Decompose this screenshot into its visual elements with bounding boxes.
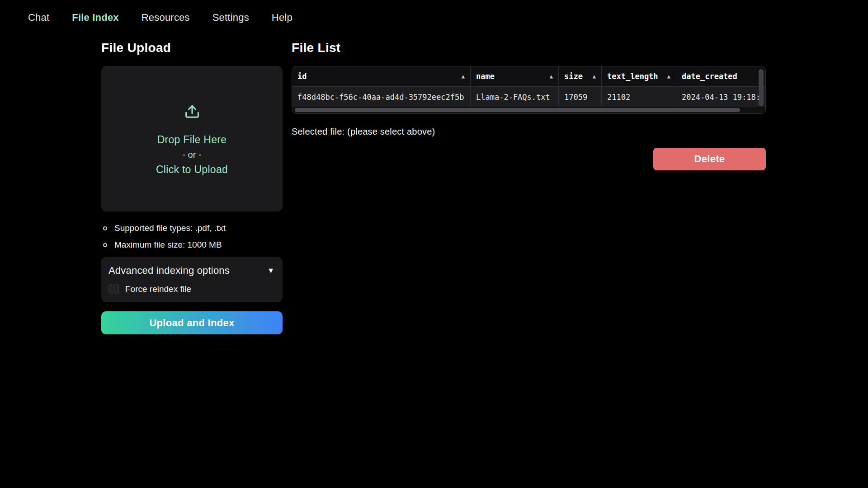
column-header-size-label: size xyxy=(564,72,583,81)
cell-size[interactable]: 17059 xyxy=(559,87,602,107)
file-upload-title: File Upload xyxy=(101,41,283,55)
force-reindex-checkbox[interactable] xyxy=(108,284,119,294)
column-header-id-label: id xyxy=(297,72,307,81)
upload-icon xyxy=(183,102,201,122)
sort-asc-icon[interactable]: ▲ xyxy=(462,73,465,80)
note-supported-types-text: Supported file types: .pdf, .txt xyxy=(114,223,226,233)
nav-tab-chat[interactable]: Chat xyxy=(28,12,49,23)
delete-button[interactable]: Delete xyxy=(653,148,766,170)
dropzone-or-text: - or - xyxy=(182,150,201,160)
advanced-accordion-title: Advanced indexing options xyxy=(108,265,230,277)
file-dropzone[interactable]: Drop File Here - or - Click to Upload xyxy=(101,66,283,211)
column-header-text-length[interactable]: text_length ▲ xyxy=(602,66,676,87)
bullet-icon xyxy=(103,243,107,247)
column-header-text-length-label: text_length xyxy=(607,72,658,81)
cell-date-created-value: 2024-04-13 19:18: xyxy=(682,93,760,102)
note-max-size-text: Maximum file size: 1000 MB xyxy=(114,240,222,250)
column-header-date-created-label: date_created xyxy=(682,72,737,81)
nav-tab-file-index[interactable]: File Index xyxy=(72,12,118,23)
nav-tab-resources[interactable]: Resources xyxy=(142,12,190,23)
advanced-indexing-accordion: Advanced indexing options ▼ Force reinde… xyxy=(101,257,283,302)
column-header-size[interactable]: size ▲ xyxy=(559,66,602,87)
cell-id[interactable]: f48d48bc-f56c-40aa-ad4d-35792eec2f5b xyxy=(292,87,471,107)
file-list-panel: File List id ▲ name ▲ size ▲ text_length… xyxy=(292,41,766,170)
table-row[interactable]: f48d48bc-f56c-40aa-ad4d-35792eec2f5b Lla… xyxy=(292,87,766,107)
bullet-icon xyxy=(103,226,107,230)
main-content: File Upload Drop File Here - or - Click … xyxy=(0,28,868,334)
table-horizontal-scrollbar[interactable] xyxy=(295,108,740,112)
note-max-size: Maximum file size: 1000 MB xyxy=(101,240,283,250)
upload-and-index-button[interactable]: Upload and Index xyxy=(101,311,283,334)
file-table-header-row: id ▲ name ▲ size ▲ text_length ▲ date_cr… xyxy=(292,66,766,87)
cell-name[interactable]: Llama-2-FAQs.txt xyxy=(471,87,559,107)
dropzone-drop-text: Drop File Here xyxy=(157,134,227,146)
sort-asc-icon[interactable]: ▲ xyxy=(593,73,596,80)
nav-tab-help[interactable]: Help xyxy=(272,12,292,23)
upload-notes: Supported file types: .pdf, .txt Maximum… xyxy=(101,223,283,250)
sort-asc-icon[interactable]: ▲ xyxy=(550,73,553,80)
column-header-date-created[interactable]: date_created xyxy=(676,66,766,87)
cell-text-length-value: 21102 xyxy=(607,93,630,102)
dropzone-click-to-upload[interactable]: Click to Upload xyxy=(156,164,228,176)
cell-size-value: 17059 xyxy=(564,93,587,102)
column-header-name-label: name xyxy=(476,72,495,81)
advanced-accordion-header[interactable]: Advanced indexing options ▼ xyxy=(108,265,274,277)
column-header-id[interactable]: id ▲ xyxy=(292,66,471,87)
column-header-name[interactable]: name ▲ xyxy=(471,66,559,87)
force-reindex-row[interactable]: Force reindex file xyxy=(108,284,274,294)
nav-tab-settings[interactable]: Settings xyxy=(212,12,249,23)
sort-asc-icon[interactable]: ▲ xyxy=(667,73,670,80)
note-supported-types: Supported file types: .pdf, .txt xyxy=(101,223,283,233)
cell-text-length[interactable]: 21102 xyxy=(602,87,676,107)
cell-date-created[interactable]: 2024-04-13 19:18: xyxy=(676,87,766,107)
file-list-title: File List xyxy=(292,41,766,55)
file-upload-panel: File Upload Drop File Here - or - Click … xyxy=(101,41,283,334)
cell-id-value: f48d48bc-f56c-40aa-ad4d-35792eec2f5b xyxy=(297,93,464,102)
table-vertical-scrollbar[interactable] xyxy=(759,69,764,106)
chevron-down-icon: ▼ xyxy=(267,267,274,275)
top-nav: Chat File Index Resources Settings Help xyxy=(0,0,868,28)
cell-name-value: Llama-2-FAQs.txt xyxy=(476,93,550,102)
selected-file-status: Selected file: (please select above) xyxy=(292,127,766,137)
force-reindex-label: Force reindex file xyxy=(125,284,191,294)
file-table: id ▲ name ▲ size ▲ text_length ▲ date_cr… xyxy=(292,66,766,114)
